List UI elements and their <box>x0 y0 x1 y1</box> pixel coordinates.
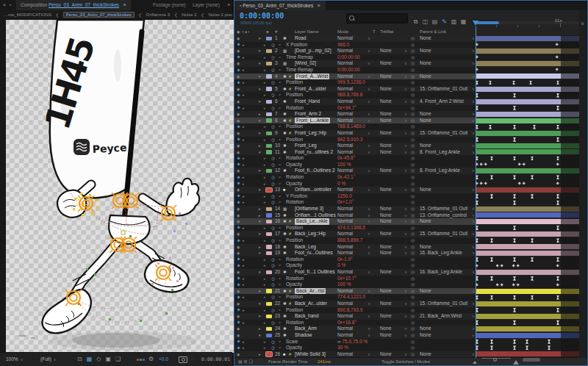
keyframe-next-icon[interactable]: ▸ <box>243 262 245 269</box>
keyframe-nav-dot[interactable] <box>237 125 240 129</box>
twirl-closed-icon[interactable]: ▸ <box>259 244 261 251</box>
keyframe-icon[interactable] <box>490 194 493 198</box>
pickwhip-icon[interactable]: ◎ <box>411 237 415 244</box>
pickwhip-icon[interactable]: ◎ <box>411 351 415 358</box>
keyframe-icon[interactable] <box>556 175 559 179</box>
t-header[interactable]: T <box>373 28 376 35</box>
trkmat-select[interactable]: None∨ <box>380 231 408 237</box>
property-name[interactable]: X Position <box>286 42 307 49</box>
twirl-closed-icon[interactable]: ▸ <box>264 123 266 130</box>
eye-icon[interactable]: ◉ <box>237 244 240 251</box>
layer-name[interactable]: Back_Le...nkle <box>295 218 329 225</box>
stopwatch-icon[interactable]: ◷ <box>271 276 275 282</box>
property-name[interactable]: Time Remap <box>286 67 313 73</box>
layer-row[interactable]: ◉▸14▦[Oriflamme 3]Normal∨None∨◎15. Orifl… <box>234 206 587 212</box>
number-column-header[interactable]: # <box>275 28 277 35</box>
pickwhip-icon[interactable]: ◎ <box>411 42 415 49</box>
keyframe-icon[interactable] <box>513 194 516 198</box>
keyframe-nav-dot[interactable] <box>237 43 240 47</box>
eye-icon[interactable]: ◉ <box>237 326 240 332</box>
blend-mode-select[interactable]: Normal∨ <box>337 326 371 332</box>
layer-row[interactable]: ◉▾21✱#Back_Ar...ristNormal∨None∨◎None∨ <box>234 288 587 295</box>
keyframe-icon[interactable] <box>490 295 493 300</box>
keyframe-icon[interactable] <box>526 340 528 344</box>
property-name[interactable]: Opacity <box>286 162 302 168</box>
twirl-open-icon[interactable]: ▾ <box>259 60 261 67</box>
label-color-swatch[interactable] <box>266 49 272 53</box>
blend-mode-select[interactable]: Normal∨ <box>337 118 371 124</box>
twirl-closed-icon[interactable]: ▸ <box>264 42 266 49</box>
timeline-hscroll[interactable] <box>523 358 540 362</box>
stopwatch-icon[interactable]: ◷ <box>271 42 275 49</box>
label-color-swatch[interactable] <box>266 302 272 306</box>
keyframe-icon[interactable] <box>556 106 559 110</box>
keyframe-icon[interactable] <box>513 308 516 312</box>
blend-mode-select[interactable]: Normal∨ <box>337 149 371 156</box>
blend-mode-select[interactable]: Normal∨ <box>337 35 371 42</box>
pickwhip-icon[interactable]: ◎ <box>411 339 415 345</box>
stopwatch-icon[interactable]: ◷ <box>271 54 275 61</box>
property-value[interactable]: 0x+16.8° <box>337 320 356 326</box>
blend-mode-select[interactable]: Normal∨ <box>337 187 371 193</box>
eye-icon[interactable]: ◉ <box>237 332 240 339</box>
keyframe-next-icon[interactable]: ▸ <box>243 276 245 282</box>
layer-row[interactable]: ◉▾23✱Back_handNormal∨None∨◎21. Back_Arm:… <box>234 313 587 320</box>
parent-select[interactable]: 15. Oriflamme_01 Outl∨ <box>420 130 476 137</box>
property-row[interactable]: ▸▸◷≈Position890.8,793.9◎ <box>234 307 587 314</box>
layer-row[interactable]: ◉▸18✱Back_LegNormal∨None∨◎None∨ <box>234 244 587 251</box>
breadcrumb-item[interactable]: Oriflamme 3 <box>146 12 171 17</box>
stopwatch-icon[interactable]: ◷ <box>271 174 275 181</box>
keyframe-nav-dot[interactable] <box>237 308 240 312</box>
keyframe-nav-dot[interactable] <box>237 283 240 287</box>
tab-layer[interactable]: Layer (none) <box>193 0 220 10</box>
property-value[interactable]: 0 % <box>337 262 345 269</box>
keyframe-icon[interactable] <box>490 276 493 281</box>
pickwhip-icon[interactable]: ◎ <box>411 244 415 251</box>
keyframe-icon[interactable] <box>512 283 515 287</box>
trkmat-select[interactable]: None∨ <box>380 244 408 251</box>
label-color-swatch[interactable] <box>266 62 272 65</box>
layer-row[interactable]: ◉▸7✱Front_Arm 2Normal∨None∨◎None∨ <box>234 111 587 118</box>
keyframe-icon[interactable] <box>516 264 520 268</box>
keyframe-icon[interactable] <box>513 137 516 142</box>
layer-row[interactable]: ◉▾5✱#Front_A...ulderNormal∨None∨◎15. Ori… <box>234 86 587 93</box>
blend-mode-select[interactable]: Normal∨ <box>337 313 371 320</box>
label-color-swatch[interactable] <box>266 232 272 236</box>
keyframe-nav-dot[interactable] <box>237 93 240 97</box>
property-row[interactable]: ▸▸◷≈Position842.5,910.3◎ <box>234 137 587 143</box>
keyframe-nav-dot[interactable] <box>237 56 240 60</box>
pickwhip-icon[interactable]: ◎ <box>411 206 415 212</box>
keyframe-icon[interactable] <box>556 201 559 205</box>
layer-row[interactable]: ◉▾11✱Foot_ru...utlines 2Normal∨None∨◎8. … <box>234 149 587 156</box>
keyframe-icon[interactable] <box>490 345 493 350</box>
trkmat-select[interactable]: None∨ <box>380 351 408 358</box>
stopwatch-icon[interactable]: ◷ <box>271 281 275 288</box>
blend-mode-select[interactable]: Normal∨ <box>337 288 371 295</box>
layer-name[interactable]: Back_Ar...rist <box>295 288 326 295</box>
zoom-out-icon[interactable] <box>473 361 477 364</box>
tab-footage[interactable]: Footage (none) <box>153 0 185 10</box>
twirl-closed-icon[interactable]: ▸ <box>264 225 266 232</box>
pickwhip-icon[interactable]: ◎ <box>411 281 415 288</box>
current-time-display[interactable]: 0:00:00:00 <box>240 12 284 20</box>
layer-row[interactable]: ◉▾13■Oriflam...ontrollerNormal∨None∨◎Non… <box>234 187 587 193</box>
property-value[interactable]: 0x-1.9° <box>337 256 353 263</box>
property-value[interactable]: 100 % <box>337 281 351 288</box>
trkmat-select[interactable]: None∨ <box>380 326 408 332</box>
eye-icon[interactable]: ◉ <box>237 149 240 156</box>
layer-search-input[interactable] <box>346 13 408 24</box>
parent-select[interactable]: None∨ <box>420 332 476 339</box>
property-row[interactable]: ▸▸◷≈Rotation0x-45.8°◎ <box>234 155 587 162</box>
layer-name[interactable]: Foot_ru...utlines 2 <box>295 149 333 156</box>
layer-row[interactable]: ◉▾8✱#Front_L...AnkleNormal∨None∨◎None∨ <box>234 118 587 124</box>
blend-mode-select[interactable]: Normal∨ <box>337 351 371 358</box>
keyframe-icon[interactable] <box>533 125 536 129</box>
eye-icon[interactable]: ◉ <box>237 269 240 276</box>
property-name[interactable]: Time Remap <box>286 54 313 61</box>
twirl-closed-icon[interactable]: ▸ <box>264 137 266 143</box>
eye-icon[interactable]: ◉ <box>237 86 240 93</box>
pickwhip-icon[interactable]: ◎ <box>411 54 415 61</box>
layer-row[interactable]: ◉▾3▦[Wind_02]Normal∨None∨◎None∨ <box>234 60 587 67</box>
property-row[interactable]: ▸▸◷≈Opacity0 %◎ <box>234 181 587 187</box>
parent-select[interactable]: 21. Back_Arm:Wrist∨ <box>420 313 476 320</box>
